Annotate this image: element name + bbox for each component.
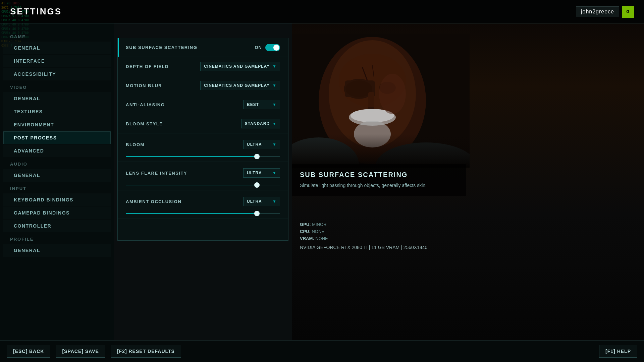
user-badge: john2greece G <box>576 6 634 18</box>
setting-group-ambient-occlusion: AMBIENT OCCLUSION ULTRA ▼ <box>118 190 288 219</box>
bloom-slider-thumb[interactable] <box>254 154 260 159</box>
bloom-slider-track[interactable] <box>126 156 280 157</box>
dof-dropdown[interactable]: CINEMATICS AND GAMEPLAY ▼ <box>200 62 280 71</box>
sss-value-label: ON <box>255 45 262 50</box>
save-button[interactable]: [SPACE] SAVE <box>56 345 105 358</box>
lens-flare-slider-thumb[interactable] <box>254 182 260 188</box>
lens-flare-slider-track[interactable] <box>126 185 280 185</box>
lens-flare-dropdown-arrow: ▼ <box>272 171 276 175</box>
vram-label: VRAM: <box>300 236 314 241</box>
ao-value: ULTRA <box>247 199 262 204</box>
aa-value: BEST <box>247 102 259 107</box>
sidebar-item-keyboard-bindings[interactable]: KEYBOARD BINDINGS <box>3 193 111 206</box>
top-bar: SETTINGS john2greece G <box>0 0 644 23</box>
bloom-dropdown[interactable]: ULTRA ▼ <box>243 140 280 149</box>
bloom-value: ULTRA <box>247 142 262 147</box>
sidebar-item-general-audio[interactable]: GENERAL <box>3 169 111 182</box>
sidebar-item-environment[interactable]: ENVIRONMENT <box>3 118 111 131</box>
sidebar-item-accessibility[interactable]: ACCESSIBILITY <box>3 68 111 80</box>
dof-dropdown-arrow: ▼ <box>272 64 276 69</box>
sss-label: SUB SURFACE SCATTERING <box>126 45 255 50</box>
sidebar-section-profile: PROFILE <box>0 233 114 244</box>
mb-dropdown-arrow: ▼ <box>272 83 276 88</box>
sidebar-section-video: VIDEO <box>0 81 114 92</box>
lens-flare-value: ULTRA <box>247 171 262 175</box>
sidebar-item-gamepad-bindings[interactable]: GAMEPAD BINDINGS <box>3 206 111 219</box>
sidebar-section-input: INPUT <box>0 182 114 193</box>
vram-value: NONE <box>315 236 328 241</box>
bloom-style-dropdown[interactable]: STANDARD ▼ <box>241 119 280 128</box>
lens-flare-slider-fill <box>126 185 257 185</box>
sidebar-item-advanced[interactable]: ADVANCED <box>3 144 111 157</box>
aa-label: ANTI-ALIASING <box>126 102 243 107</box>
setting-row-sss: SUB SURFACE SCATTERING ON <box>118 38 288 57</box>
bloom-label: BLOOM <box>126 142 243 147</box>
svg-point-16 <box>379 74 406 114</box>
ao-slider-track[interactable] <box>126 213 280 214</box>
sss-toggle[interactable] <box>265 44 280 51</box>
setting-group-bloom: BLOOM ULTRA ▼ <box>118 133 288 162</box>
cpu-line: CPU: NONE <box>300 228 427 235</box>
aa-dropdown-arrow: ▼ <box>272 102 276 107</box>
sidebar-item-general-game[interactable]: GENERAL <box>3 42 111 54</box>
sss-control: ON <box>255 44 280 51</box>
mb-value: CINEMATICS AND GAMEPLAY <box>204 83 270 88</box>
back-button[interactable]: [ESC] BACK <box>7 345 50 358</box>
sidebar-item-post-process[interactable]: POST PROCESS <box>3 131 111 144</box>
ao-slider-fill <box>126 213 257 214</box>
bottom-bar: [ESC] BACK [SPACE] SAVE [F2] RESET DEFAU… <box>0 340 644 362</box>
ao-slider-thumb[interactable] <box>254 211 260 216</box>
mb-dropdown[interactable]: CINEMATICS AND GAMEPLAY ▼ <box>200 81 280 90</box>
setting-row-aa: ANTI-ALIASING BEST ▼ <box>118 95 288 114</box>
sidebar-section-game: GAME <box>0 30 114 41</box>
sidebar-item-controller[interactable]: CONTROLLER <box>3 220 111 232</box>
sidebar-item-general-profile[interactable]: GENERAL <box>3 244 111 257</box>
settings-panel: SUB SURFACE SCATTERING ON DEPTH OF FIELD… <box>117 38 288 241</box>
setting-row-mb: MOTION BLUR CINEMATICS AND GAMEPLAY ▼ <box>118 76 288 95</box>
gpu-label: GPU: <box>300 222 311 227</box>
vram-line: VRAM: NONE <box>300 235 427 242</box>
setting-row-bloom: BLOOM ULTRA ▼ <box>118 133 288 152</box>
setting-group-lens-flare: LENS FLARE INTENSITY ULTRA ▼ <box>118 162 288 190</box>
mb-label: MOTION BLUR <box>126 83 200 88</box>
bloom-style-dropdown-arrow: ▼ <box>272 121 276 126</box>
system-info: NVIDIA GEFORCE RTX 2080 TI | 11 GB VRAM … <box>300 245 427 250</box>
sidebar-item-general-video[interactable]: GENERAL <box>3 92 111 105</box>
setting-row-lens-flare: LENS FLARE INTENSITY ULTRA ▼ <box>118 162 288 181</box>
reset-defaults-button[interactable]: [F2] RESET DEFAULTS <box>111 345 181 358</box>
bloom-slider-fill <box>126 156 257 157</box>
lens-flare-dropdown[interactable]: ULTRA ▼ <box>243 168 280 178</box>
setting-row-ao: AMBIENT OCCLUSION ULTRA ▼ <box>118 190 288 209</box>
cpu-value: NONE <box>312 229 324 234</box>
gpu-line: GPU: MINOR <box>300 221 427 228</box>
sidebar-item-interface[interactable]: INTERFACE <box>3 55 111 67</box>
sss-toggle-container: ON <box>255 44 280 51</box>
dof-value: CINEMATICS AND GAMEPLAY <box>204 64 270 69</box>
gpu-info-panel: GPU: MINOR CPU: NONE VRAM: NONE NVIDIA G… <box>292 218 435 253</box>
sidebar: GAME GENERAL INTERFACE ACCESSIBILITY VID… <box>0 23 114 355</box>
info-title: SUB SURFACE SCATTERING <box>300 171 458 179</box>
info-panel: SUB SURFACE SCATTERING Simulate light pa… <box>292 164 466 196</box>
setting-row-dof: DEPTH OF FIELD CINEMATICS AND GAMEPLAY ▼ <box>118 57 288 76</box>
toggle-knob <box>273 45 279 51</box>
ao-dropdown[interactable]: ULTRA ▼ <box>243 197 280 206</box>
username-display: john2greece <box>576 6 619 17</box>
lens-flare-label: LENS FLARE INTENSITY <box>126 171 243 176</box>
ao-label: AMBIENT OCCLUSION <box>126 199 243 204</box>
ao-dropdown-arrow: ▼ <box>272 199 276 204</box>
bloom-dropdown-arrow: ▼ <box>272 142 276 147</box>
sidebar-item-textures[interactable]: TEXTURES <box>3 105 111 118</box>
svg-rect-17 <box>292 134 470 168</box>
page-title: SETTINGS <box>10 6 62 17</box>
dof-label: DEPTH OF FIELD <box>126 64 200 69</box>
cpu-label: CPU: <box>300 229 311 234</box>
info-description: Simulate light passing through objects, … <box>300 182 458 189</box>
ao-slider-row <box>118 209 288 219</box>
aa-dropdown[interactable]: BEST ▼ <box>243 100 280 109</box>
bloom-slider-row <box>118 152 288 162</box>
character-portrait <box>292 34 470 168</box>
bloom-style-value: STANDARD <box>245 121 270 126</box>
help-button[interactable]: [F1] HELP <box>599 345 637 358</box>
gpu-value: MINOR <box>312 222 326 227</box>
sidebar-section-audio: AUDIO <box>0 158 114 169</box>
